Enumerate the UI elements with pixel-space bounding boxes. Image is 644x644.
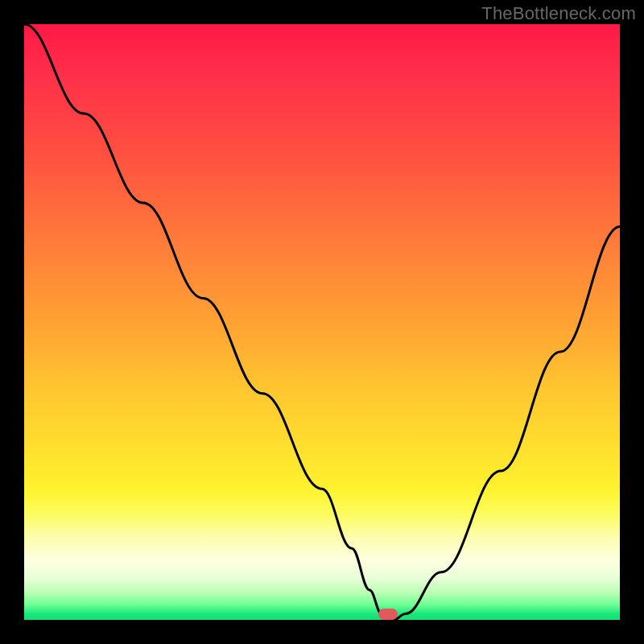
plot-area bbox=[24, 24, 620, 620]
chart-stage: TheBottleneck.com bbox=[0, 0, 644, 644]
bottleneck-curve bbox=[24, 24, 620, 620]
attribution-label: TheBottleneck.com bbox=[481, 3, 636, 24]
plot-frame bbox=[24, 24, 620, 620]
curve-svg bbox=[24, 24, 620, 620]
optimal-marker bbox=[378, 609, 398, 620]
